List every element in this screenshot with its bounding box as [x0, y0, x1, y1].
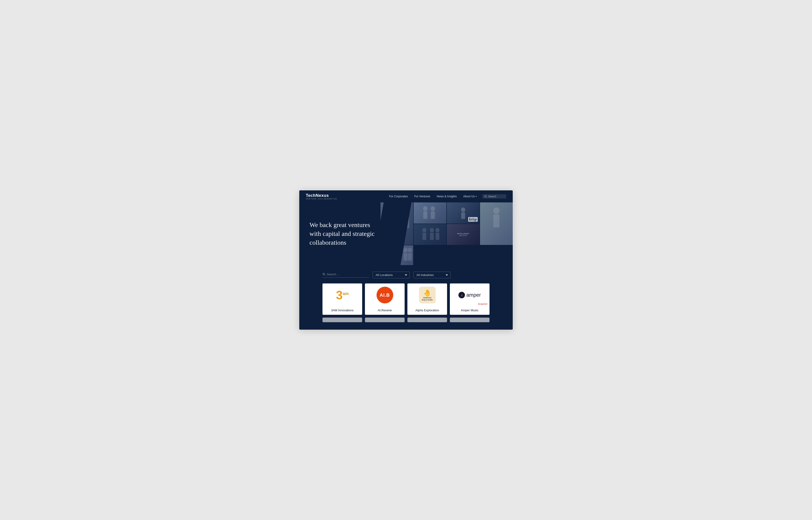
nav-link-about-us[interactable]: About Us ▾ [460, 195, 480, 198]
industry-filter[interactable]: All Industries AI/ML Enterprise Software… [414, 271, 451, 278]
partial-card-3 [408, 317, 447, 322]
3am-am: am [343, 291, 349, 296]
svg-point-20 [436, 228, 440, 232]
svg-point-10 [430, 206, 435, 211]
photo-cell-2 [414, 203, 446, 224]
navbar: TechNexus VENTURE COLLABORATIVE For Corp… [299, 190, 513, 203]
hero-section: We back great ventures with capital and … [299, 203, 513, 265]
ventures-grid: 3am 3AM Innovations AI.B AI.Reverie 🤚 [323, 283, 489, 315]
krisp-text: krisp [468, 217, 478, 222]
svg-point-18 [430, 228, 434, 232]
nav-links: For Corporates For Ventures News & Insig… [386, 195, 480, 198]
photo-cell-5 [414, 224, 446, 245]
aireverie-name: AI.Reverie [365, 307, 404, 315]
hero-left: We back great ventures with capital and … [299, 203, 392, 265]
nav-link-news-insights[interactable]: News & Insights [433, 195, 460, 198]
content-section: All Locations Chicago New York San Franc… [299, 265, 513, 330]
svg-point-30 [408, 248, 412, 253]
photo-cell-4 [480, 203, 513, 245]
browser-window: TechNexus VENTURE COLLABORATIVE For Corp… [299, 190, 513, 330]
aireverie-logo-area: AI.B [365, 283, 404, 307]
partial-card-1 [323, 317, 362, 322]
logo-subtitle: VENTURE COLLABORATIVE [306, 198, 337, 200]
alpha-logo: 🤚 ClubhouseDrop-in Audio [419, 287, 436, 304]
chevron-down-icon: ▾ [476, 195, 477, 198]
amper-logo: ♪ amper [458, 292, 481, 298]
svg-line-33 [324, 275, 325, 275]
svg-rect-15 [493, 214, 499, 228]
3am-digit: 3 [336, 288, 343, 302]
3am-logo: 3am [336, 289, 349, 301]
alpha-logo-text: ClubhouseDrop-in Audio [422, 297, 432, 301]
svg-point-14 [493, 207, 499, 214]
partial-card-4 [450, 317, 489, 322]
people-group-5 [414, 224, 446, 245]
logo-name: TechNexus [306, 193, 337, 198]
alpha-logo-area: 🤚 ClubhouseDrop-in Audio [408, 283, 447, 307]
nav-item-for-ventures[interactable]: For Ventures [411, 195, 433, 198]
acquired-badge: Acquired [478, 303, 487, 305]
search-icon [484, 195, 487, 198]
alpha-name: Alpha Exploration [408, 307, 447, 315]
logo-area[interactable]: TechNexus VENTURE COLLABORATIVE [306, 193, 337, 200]
nav-item-for-corporates[interactable]: For Corporates [386, 195, 411, 198]
about-us-label: About Us [463, 195, 475, 198]
hero-headline: We back great ventures with capital and … [309, 220, 383, 247]
svg-line-1 [486, 197, 487, 198]
amper-text: amper [466, 292, 481, 298]
filter-search-box[interactable] [323, 272, 369, 278]
people-group-2 [414, 203, 446, 224]
nav-search-input[interactable] [488, 195, 504, 198]
svg-point-32 [323, 273, 325, 275]
svg-rect-9 [423, 211, 427, 219]
nav-link-for-corporates[interactable]: For Corporates [386, 195, 411, 198]
photo-cell-6: INTELLIGENT INDUSTRY [447, 224, 480, 245]
svg-rect-29 [404, 253, 408, 261]
people-group-4 [480, 203, 513, 245]
location-filter[interactable]: All Locations Chicago New York San Franc… [372, 271, 410, 278]
svg-point-12 [461, 207, 465, 212]
svg-point-28 [403, 248, 408, 253]
amper-logo-area: ♪ amper Acquired [450, 283, 489, 307]
svg-rect-19 [430, 233, 433, 240]
filters-row: All Locations Chicago New York San Franc… [323, 271, 489, 278]
alpha-hand-icon: 🤚 [423, 289, 431, 297]
ventures-grid-partial [323, 317, 489, 322]
venture-card-aireverie[interactable]: AI.B AI.Reverie [365, 283, 404, 315]
nav-item-about-us[interactable]: About Us ▾ [460, 195, 480, 198]
nav-search[interactable] [482, 194, 506, 199]
svg-rect-13 [461, 212, 465, 219]
svg-point-16 [422, 228, 426, 232]
amper-name: Amper Music [450, 307, 489, 315]
venture-card-3am[interactable]: 3am 3AM Innovations [323, 283, 362, 315]
svg-point-8 [423, 206, 427, 211]
svg-rect-21 [436, 233, 440, 240]
3am-name: 3AM Innovations [323, 307, 362, 315]
photo-cell-3: krisp [447, 203, 480, 224]
svg-rect-17 [422, 233, 426, 240]
svg-rect-11 [431, 211, 435, 219]
filter-search-icon [323, 273, 325, 276]
aireverie-logo: AI.B [376, 287, 393, 304]
nav-link-for-ventures[interactable]: For Ventures [411, 195, 433, 198]
svg-point-0 [485, 196, 486, 197]
amper-circle-icon: ♪ [458, 292, 465, 298]
svg-rect-31 [408, 253, 412, 261]
3am-logo-area: 3am [323, 283, 362, 307]
nav-item-news-insights[interactable]: News & Insights [433, 195, 460, 198]
venture-search-input[interactable] [327, 272, 364, 276]
venture-card-alpha[interactable]: 🤚 ClubhouseDrop-in Audio Alpha Explorati… [408, 283, 447, 315]
partial-card-2 [365, 317, 404, 322]
venture-card-amper[interactable]: ♪ amper Acquired Amper Music [450, 283, 489, 315]
3am-number: 3am [336, 289, 349, 301]
